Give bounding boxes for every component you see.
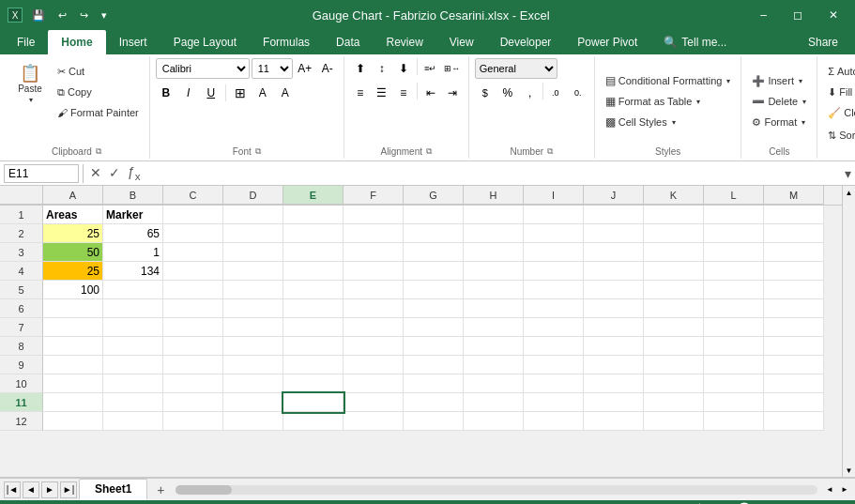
col-header-B[interactable]: B — [103, 186, 163, 205]
increase-font-btn[interactable]: A+ — [295, 58, 315, 79]
paste-button[interactable]: 📋 Paste ▾ — [9, 58, 51, 111]
row-header-11[interactable]: 11 — [0, 393, 43, 412]
cell-I2[interactable] — [524, 224, 584, 243]
cell-D3[interactable] — [223, 243, 283, 262]
italic-button[interactable]: I — [178, 83, 199, 103]
format-cells-button[interactable]: ⚙ Format ▾ — [747, 113, 810, 131]
cell-D4[interactable] — [223, 262, 283, 281]
accept-formula-btn[interactable]: ✓ — [106, 164, 123, 182]
bold-button[interactable]: B — [156, 83, 176, 103]
tab-review[interactable]: Review — [373, 30, 435, 54]
format-as-table-button[interactable]: ▦ Format as Table ▾ — [601, 92, 706, 111]
cell-A4[interactable]: 25 — [43, 262, 103, 281]
cell-H2[interactable] — [464, 224, 524, 243]
col-header-H[interactable]: H — [464, 186, 524, 205]
scroll-down-btn[interactable]: ▼ — [843, 464, 856, 477]
close-btn[interactable]: ✕ — [819, 5, 847, 25]
fill-button[interactable]: ⬇ Fill ▾ — [823, 83, 855, 101]
cell-D2[interactable] — [223, 224, 283, 243]
cell-I3[interactable] — [524, 243, 584, 262]
border-button[interactable]: ⊞ — [230, 83, 251, 103]
row-header-7[interactable]: 7 — [0, 318, 43, 337]
col-header-I[interactable]: I — [524, 186, 584, 205]
col-header-A[interactable]: A — [43, 186, 103, 205]
cell-H3[interactable] — [464, 243, 524, 262]
conditional-formatting-button[interactable]: ▤ Conditional Formatting ▾ — [601, 71, 736, 90]
sheet-tab-1[interactable]: Sheet1 — [79, 479, 147, 500]
cell-A2[interactable]: 25 — [43, 224, 103, 243]
cell-E4[interactable] — [283, 262, 344, 281]
row-header-12[interactable]: 12 — [0, 412, 43, 431]
undo-qat-btn[interactable]: ↩ — [54, 8, 70, 23]
cell-M2[interactable] — [764, 224, 824, 243]
percent-btn[interactable]: % — [497, 83, 518, 103]
cell-C2[interactable] — [163, 224, 223, 243]
row-header-10[interactable]: 10 — [0, 374, 43, 393]
formula-expand-btn[interactable]: ▾ — [845, 166, 851, 181]
tab-tell-me[interactable]: 🔍 Tell me... — [650, 30, 740, 54]
cell-B1[interactable]: Marker — [103, 206, 163, 224]
cell-L4[interactable] — [704, 262, 764, 281]
col-header-J[interactable]: J — [584, 186, 644, 205]
sort-filter-button[interactable]: ⇅ Sort & Filter ▾ — [823, 126, 855, 145]
cell-K2[interactable] — [644, 224, 704, 243]
cell-J4[interactable] — [584, 262, 644, 281]
font-size-select[interactable]: 11 — [252, 58, 293, 79]
cell-E11[interactable] — [283, 393, 344, 412]
tab-developer[interactable]: Developer — [487, 30, 565, 54]
col-header-K[interactable]: K — [644, 186, 704, 205]
tab-home[interactable]: Home — [48, 30, 105, 54]
decrease-indent-btn[interactable]: ⇤ — [420, 83, 441, 103]
col-header-F[interactable]: F — [344, 186, 404, 205]
cell-A5[interactable]: 100 — [43, 281, 103, 299]
cell-H4[interactable] — [464, 262, 524, 281]
row-header-3[interactable]: 3 — [0, 243, 43, 262]
sheet-nav-last[interactable]: ►| — [60, 481, 77, 498]
cell-F2[interactable] — [344, 224, 404, 243]
row-header-5[interactable]: 5 — [0, 281, 43, 299]
align-top-btn[interactable]: ⬆ — [350, 58, 371, 79]
cell-F4[interactable] — [344, 262, 404, 281]
select-all-corner[interactable] — [0, 186, 43, 205]
cell-L3[interactable] — [704, 243, 764, 262]
number-format-select[interactable]: General — [475, 58, 557, 79]
scroll-up-btn[interactable]: ▲ — [843, 186, 856, 199]
align-middle-btn[interactable]: ↕ — [372, 58, 392, 79]
cell-L2[interactable] — [704, 224, 764, 243]
col-header-L[interactable]: L — [704, 186, 764, 205]
col-header-D[interactable]: D — [223, 186, 283, 205]
cell-C5[interactable] — [163, 281, 223, 299]
formula-input[interactable] — [147, 167, 841, 180]
align-center-btn[interactable]: ☰ — [372, 83, 392, 103]
number-expand-icon[interactable]: ⧉ — [547, 146, 553, 157]
row-header-9[interactable]: 9 — [0, 356, 43, 374]
cell-C3[interactable] — [163, 243, 223, 262]
vertical-scrollbar[interactable]: ▲ ▼ — [842, 186, 855, 477]
font-name-select[interactable]: Calibri — [156, 58, 250, 79]
insert-function-btn[interactable]: ƒx — [125, 164, 144, 182]
format-painter-button[interactable]: 🖌 Format Painter — [53, 103, 144, 122]
col-header-G[interactable]: G — [404, 186, 464, 205]
cell-B5[interactable] — [103, 281, 163, 299]
align-left-btn[interactable]: ≡ — [350, 83, 371, 103]
cell-E3[interactable] — [283, 243, 344, 262]
cell-I5[interactable] — [524, 281, 584, 299]
tab-data[interactable]: Data — [323, 30, 373, 54]
row-header-4[interactable]: 4 — [0, 262, 43, 281]
cell-D1[interactable] — [223, 206, 283, 224]
font-expand-icon[interactable]: ⧉ — [255, 146, 261, 157]
decrease-font-btn[interactable]: A- — [317, 58, 338, 79]
cell-F1[interactable] — [344, 206, 404, 224]
cell-A1[interactable]: Areas — [43, 206, 103, 224]
font-color-button[interactable]: A — [275, 83, 296, 103]
cell-A3[interactable]: 50 — [43, 243, 103, 262]
cell-A6[interactable] — [43, 299, 103, 318]
col-header-E[interactable]: E — [283, 186, 344, 205]
wrap-text-btn[interactable]: ≡↵ — [420, 58, 441, 79]
tab-file[interactable]: File — [4, 30, 48, 54]
cell-M1[interactable] — [764, 206, 824, 224]
decrease-decimal-btn[interactable]: .0 — [545, 83, 566, 103]
align-bottom-btn[interactable]: ⬇ — [393, 58, 414, 79]
cancel-formula-btn[interactable]: ✕ — [87, 164, 104, 182]
cell-B3[interactable]: 1 — [103, 243, 163, 262]
